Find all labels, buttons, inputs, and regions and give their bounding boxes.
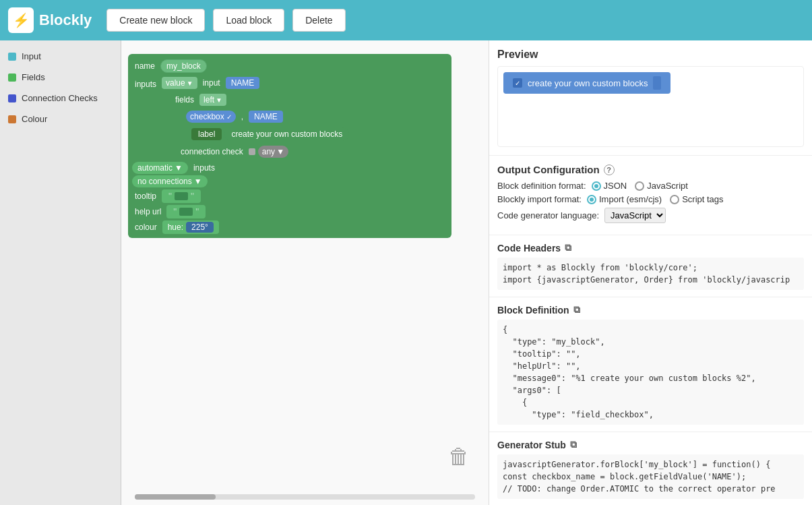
preview-title: Preview [497,49,804,61]
sidebar-item-input-label: Input [22,51,41,61]
block-canvas[interactable]: name my_block inputs value ▼ input [121,40,489,505]
output-help-icon[interactable]: ? [604,165,615,175]
name-tag2: NAME [249,111,283,123]
conn-check-label: connection check [178,146,246,158]
inputs-section: inputs value ▼ input NAME [132,76,447,159]
esm-option[interactable]: Import (esm/cjs) [587,194,662,204]
inputs-label: inputs [132,78,159,90]
output-section: Output Configuration ? Block definition … [489,156,812,235]
sidebar-item-fields[interactable]: Fields [0,67,121,88]
sidebar-item-connection-checks[interactable]: Connection Checks [0,88,121,109]
load-block-button[interactable]: Load block [213,9,284,32]
canvas-scrollbar[interactable] [135,494,475,500]
label-row: label create your own custom blocks [186,127,349,141]
hue-pill[interactable]: hue: 225° [162,220,219,234]
preview-check-icon: ✓ [513,78,522,88]
block-definition-title: Block Definition ⧉ [497,304,804,316]
preview-area: ✓ create your own custom blocks [497,66,804,147]
generator-stub-copy-icon[interactable]: ⧉ [570,439,577,450]
fields-row: fields left ▼ [173,94,349,106]
input-label: input [200,77,223,89]
comma-label: , [239,111,246,123]
sidebar-item-connection-checks-label: Connection Checks [22,93,98,103]
sidebar-item-fields-label: Fields [22,72,45,82]
code-header-line2: import {javascriptGenerator, Order} from… [503,274,799,286]
no-connections-row: no connections ▼ [132,175,447,187]
helpurl-close-quote: " [195,206,199,217]
tooltip-row: tooltip " " [132,189,447,203]
trash-icon[interactable]: 🗑 [448,444,475,478]
name-value[interactable]: my_block [160,59,207,73]
script-radio[interactable] [670,195,679,204]
block-definition-section: Block Definition ⧉ { "type": "my_block",… [489,297,812,432]
block-def-format-row: Block definition format: JSON JavaScript [497,181,804,191]
sidebar-item-input[interactable]: Input [0,46,121,67]
label-tag[interactable]: label [191,128,222,140]
inputs-tag: inputs [191,162,218,174]
fields-section: fields left ▼ checkbox [173,92,349,159]
block-definition-copy-icon[interactable]: ⧉ [573,304,580,316]
generator-stub-section: Generator Stub ⧉ javascriptGenerator.for… [489,432,812,505]
stub-line3: // TODO: change Order.ATOMIC to the corr… [503,483,799,495]
logo-area: ⚡ Blockly [8,7,92,33]
value-pill[interactable]: value ▼ [162,77,197,89]
helpurl-open-quote: " [173,206,177,217]
main-block[interactable]: name my_block inputs value ▼ input [128,54,451,238]
code-headers-section: Code Headers ⧉ import * as Blockly from … [489,235,812,297]
javascript-option[interactable]: JavaScript [635,181,688,191]
esm-radio[interactable] [587,195,596,204]
header: ⚡ Blockly Create new block Load block De… [0,0,812,40]
right-panel: Preview ✓ create your own custom blocks … [489,40,812,505]
tooltip-input[interactable]: " " [162,189,201,203]
code-header-line1: import * as Blockly from 'blockly/core'; [503,262,799,274]
generator-stub-code: javascriptGenerator.forBlock['my_block']… [497,454,804,499]
generator-stub-title: Generator Stub ⧉ [497,439,804,450]
helpurl-row: help url " " [132,205,447,218]
tooltip-value [175,192,188,200]
connection-checks-dot [8,94,16,102]
logo-text: Blockly [39,11,92,29]
preview-block-text: create your own custom blocks [528,78,648,88]
block-def-format-options: JSON JavaScript [592,181,688,191]
colour-row: colour hue: 225° [132,220,447,234]
automatic-pill[interactable]: automatic ▼ [132,162,188,174]
label-text[interactable]: create your own custom blocks [224,127,349,141]
canvas-scrollbar-thumb[interactable] [135,494,216,500]
name-row: name my_block [132,59,447,73]
code-headers-copy-icon[interactable]: ⧉ [565,242,571,254]
sidebar: Input Fields Connection Checks Colour [0,40,121,505]
close-quote: " [191,191,194,202]
block-editor: name my_block inputs value ▼ input [128,54,451,238]
sidebar-item-colour-label: Colour [22,114,47,124]
generator-language-select[interactable]: JavaScript Python Lua Dart PHP [604,208,666,223]
any-pill[interactable]: any ▼ [258,146,288,158]
colour-label: colour [132,221,160,233]
helpurl-label: help url [132,206,164,218]
connection-check-row: connection check any ▼ [178,146,349,158]
no-connections-pill[interactable]: no connections ▼ [132,175,208,187]
js-radio[interactable] [635,181,644,191]
delete-button[interactable]: Delete [292,9,345,32]
left-pill[interactable]: left ▼ [199,94,226,106]
checkbox-row: checkbox ✓ , NAME [186,111,349,123]
sidebar-item-colour[interactable]: Colour [0,109,121,129]
preview-notch [653,76,661,90]
stub-line2: const checkbox_name = block.getFieldValu… [503,471,799,483]
input-dot [8,53,16,61]
create-new-block-button[interactable]: Create new block [106,9,205,32]
main-area: Input Fields Connection Checks Colour na… [0,40,812,505]
hue-value[interactable]: 225° [186,222,214,233]
value-input-row: value ▼ input NAME [162,77,349,89]
generator-lang-row: Code generator language: JavaScript Pyth… [497,208,804,223]
json-radio[interactable] [592,181,601,191]
stub-line1: javascriptGenerator.forBlock['my_block']… [503,458,799,471]
helpurl-input[interactable]: " " [166,205,206,218]
open-quote: " [168,191,172,202]
inputs-content: value ▼ input NAME fields [162,76,349,159]
check-icon: ✓ [226,113,232,121]
json-option[interactable]: JSON [592,181,627,191]
script-tags-option[interactable]: Script tags [670,194,723,204]
output-title: Output Configuration ? [497,164,804,175]
conn-square [249,148,255,155]
checkbox-pill: checkbox ✓ [186,111,236,123]
